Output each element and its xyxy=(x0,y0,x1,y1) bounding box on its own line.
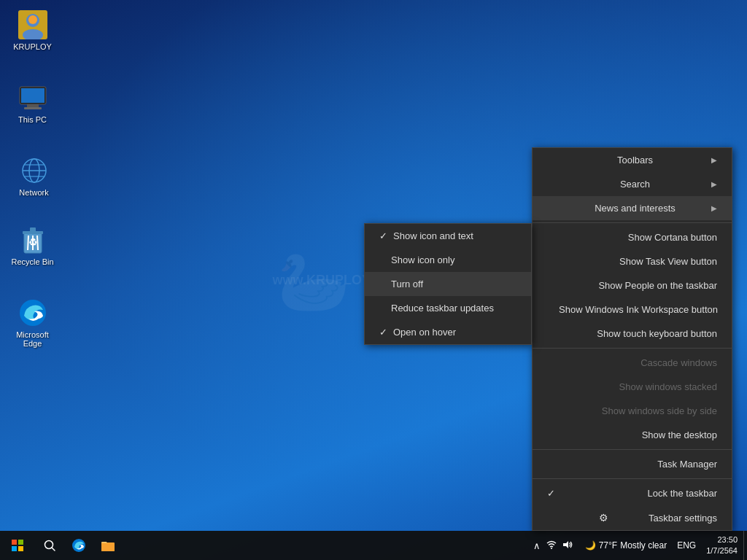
menu-people[interactable]: Show People on the taskbar xyxy=(533,273,732,298)
desktop-icon-kruploy[interactable]: KRUPLOY xyxy=(5,7,60,54)
systray-datetime[interactable]: 23:50 1/7/2564 xyxy=(700,534,743,557)
submenu-show-icon-text[interactable]: Show icon and text xyxy=(365,224,531,248)
submenu-reduce-updates[interactable]: Reduce taskbar updates xyxy=(365,296,531,320)
menu-sep-2 xyxy=(533,449,732,450)
gear-icon: ⚙ xyxy=(599,512,608,524)
taskbar-context-menu: Toolbars Search News and interests Show … xyxy=(532,147,732,531)
svg-rect-29 xyxy=(101,544,115,551)
svg-rect-21 xyxy=(12,540,17,545)
menu-task-view[interactable]: Show Task View button xyxy=(533,249,732,273)
menu-toolbars[interactable]: Toolbars xyxy=(533,148,732,172)
menu-lock-taskbar[interactable]: Lock the taskbar xyxy=(533,481,732,505)
network-label: Network xyxy=(9,188,58,197)
menu-show-desktop[interactable]: Show the desktop xyxy=(533,423,732,447)
kruploy-label: KRUPLOY xyxy=(8,42,57,51)
systray-network-icon[interactable] xyxy=(544,538,559,553)
network-icon xyxy=(20,156,49,185)
start-button[interactable] xyxy=(0,531,35,560)
menu-sep-3 xyxy=(533,478,732,479)
menu-task-manager[interactable]: Task Manager xyxy=(533,452,732,476)
recycle-bin-label: Recycle Bin xyxy=(8,257,57,266)
desktop-icon-edge[interactable]: Microsoft Edge xyxy=(5,295,60,351)
svg-text:♻: ♻ xyxy=(28,236,37,248)
svg-rect-6 xyxy=(27,104,39,107)
desktop-icon-network[interactable]: Network xyxy=(7,153,61,200)
edge-icon xyxy=(18,298,47,327)
recycle-bin-icon: ♻ xyxy=(18,225,47,254)
systray-overflow: ∧ xyxy=(527,538,579,553)
svg-rect-7 xyxy=(24,107,42,109)
submenu-turn-off[interactable]: Turn off xyxy=(365,272,531,296)
this-pc-icon xyxy=(18,83,47,112)
kruploy-icon xyxy=(18,10,47,39)
systray-volume-icon[interactable] xyxy=(560,538,575,553)
svg-point-30 xyxy=(551,548,552,549)
edge-label: Microsoft Edge xyxy=(8,330,57,348)
menu-sep-0 xyxy=(533,222,732,223)
this-pc-label: This PC xyxy=(8,115,57,124)
menu-stacked: Show windows stacked xyxy=(533,375,732,399)
svg-line-26 xyxy=(52,548,55,551)
temperature: 77°F xyxy=(599,540,617,551)
sub-context-menu: Show icon and text Show icon only Turn o… xyxy=(364,223,532,345)
systray: ∧ 🌙 xyxy=(527,531,747,560)
weather-condition: Mostly clear xyxy=(620,540,667,551)
menu-search[interactable]: Search xyxy=(533,172,732,196)
menu-cascade: Cascade windows xyxy=(533,351,732,375)
origami-decoration: 🦢 xyxy=(277,248,350,316)
submenu-show-icon-only[interactable]: Show icon only xyxy=(365,248,531,272)
systray-chevron[interactable]: ∧ xyxy=(531,539,543,553)
taskbar: ∧ 🌙 xyxy=(0,531,747,560)
show-desktop-button[interactable] xyxy=(743,531,747,560)
taskbar-search-button[interactable] xyxy=(35,531,64,560)
desktop: www.KRUPLOY.com 🦢 KRUPLOY This PC xyxy=(0,0,747,560)
menu-sep-1 xyxy=(533,348,732,349)
menu-cortana[interactable]: Show Cortana button xyxy=(533,225,732,249)
weather-icon: 🌙 xyxy=(585,540,596,551)
menu-touch-keyboard[interactable]: Show touch keyboard button xyxy=(533,322,732,346)
systray-language[interactable]: ENG xyxy=(673,540,700,551)
systray-date: 1/7/2564 xyxy=(706,545,738,556)
taskbar-edge[interactable] xyxy=(64,531,93,560)
menu-taskbar-settings[interactable]: ⚙ Taskbar settings xyxy=(533,505,732,530)
menu-side-by-side: Show windows side by side xyxy=(533,399,732,423)
svg-rect-23 xyxy=(12,546,17,551)
svg-rect-15 xyxy=(30,228,36,232)
svg-point-2 xyxy=(28,15,37,24)
svg-marker-31 xyxy=(563,541,568,548)
svg-rect-22 xyxy=(18,540,23,545)
svg-rect-24 xyxy=(18,546,23,551)
systray-time: 23:50 xyxy=(706,534,738,545)
desktop-icon-recycle-bin[interactable]: ♻ Recycle Bin xyxy=(5,222,60,269)
svg-rect-5 xyxy=(21,88,44,103)
systray-weather[interactable]: 🌙 77°F Mostly clear xyxy=(579,540,673,551)
desktop-icon-this-pc[interactable]: This PC xyxy=(5,80,60,127)
menu-news-interests[interactable]: News and interests xyxy=(533,196,732,220)
submenu-open-on-hover[interactable]: Open on hover xyxy=(365,320,531,344)
taskbar-explorer[interactable] xyxy=(93,531,123,560)
menu-ink[interactable]: Show Windows Ink Workspace button xyxy=(533,298,732,322)
